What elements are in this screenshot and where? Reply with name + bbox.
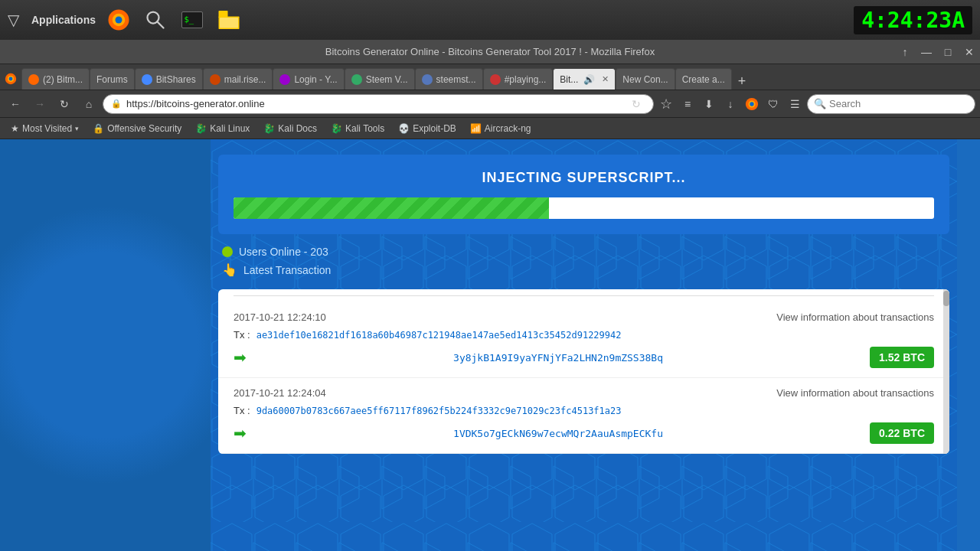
tab-newcon[interactable]: New Con... [616, 68, 675, 90]
terminal-taskbar-icon[interactable]: $_ [178, 6, 206, 34]
tab-bar: (2) Bitm... Forums BitShares mail.rise..… [0, 64, 980, 90]
tx-amount-2: 0.22 BTC [870, 422, 934, 444]
tab-login[interactable]: Login - Y... [273, 68, 344, 90]
tab-label-mail: mail.rise... [224, 74, 266, 85]
files-taskbar-icon[interactable] [215, 6, 243, 34]
new-tab-button[interactable]: + [732, 73, 753, 90]
home-button[interactable]: ⌂ [78, 93, 100, 115]
url-text: https://bitcoins-generator.online [126, 98, 622, 109]
clock: 4:24:23A [854, 6, 972, 34]
search-bar[interactable]: 🔍 [807, 94, 975, 114]
tx-addr-row-2: ➡ 1VDK5o7gECkN69w7ecwMQr2AauAsmpECKfu 0.… [234, 422, 934, 444]
bookmark-most-visited[interactable]: ★ Most Visited ▾ [5, 122, 85, 135]
users-online-stat: Users Online - 203 [222, 246, 946, 258]
card-scrollbar[interactable] [943, 289, 949, 454]
firefox-sync-icon[interactable] [743, 95, 761, 113]
download-icon[interactable]: ↓ [721, 95, 740, 113]
bookmark-label-aircrack: Aircrack-ng [485, 123, 531, 134]
tx-address-1[interactable]: 3y8jkB1A9I9yaYFNjYFa2LHN2n9mZSS38Bq [254, 352, 862, 364]
pocket-icon[interactable]: ⬇ [700, 95, 718, 113]
window-close-btn[interactable]: ✕ [959, 40, 980, 64]
transaction-row-1: 2017-10-21 12:24:10 View information abo… [218, 302, 949, 378]
bookmark-kali-tools[interactable]: 🐉 Kali Tools [325, 122, 390, 135]
bookmark-label-kali-docs: Kali Docs [278, 123, 317, 134]
tx-hash-1[interactable]: ae31def10e16821df1618a60b46987c121948ae1… [256, 330, 622, 341]
tx-amount-1: 1.52 BTC [870, 347, 934, 368]
shield-icon[interactable]: 🛡 [764, 95, 782, 113]
users-online-text: Users Online - 203 [239, 246, 328, 258]
tab-icon-bitm [28, 74, 39, 85]
tab-icon-steem [351, 74, 362, 85]
tab-label-steemst: steemst... [436, 74, 476, 85]
tab-label-login: Login - Y... [294, 74, 337, 85]
bookmark-kali-linux[interactable]: 🐉 Kali Linux [189, 122, 256, 135]
main-content: INJECTING SUPERSCRIPT... Users Online - … [0, 139, 980, 551]
tab-icon-steemst [422, 74, 433, 85]
bookmark-label-exploit-db: Exploit-DB [413, 123, 456, 134]
center-panel: INJECTING SUPERSCRIPT... Users Online - … [211, 139, 957, 551]
svg-text:$_: $_ [185, 15, 194, 24]
tab-label-newcon: New Con... [622, 74, 668, 85]
address-bar[interactable]: 🔒 https://bitcoins-generator.online ↻ [103, 94, 654, 114]
svg-line-4 [157, 21, 163, 28]
tx-meta-2: 2017-10-21 12:24:04 View information abo… [234, 387, 934, 399]
bookmark-exploit-db[interactable]: 💀 Exploit-DB [392, 122, 462, 135]
bookmark-label-most-visited: Most Visited [22, 123, 72, 134]
back-button[interactable]: ← [5, 93, 26, 115]
svg-rect-9 [220, 18, 238, 28]
tab-icon-playing [490, 74, 501, 85]
window-upload-btn[interactable]: ↑ [894, 40, 916, 64]
tab-create[interactable]: Create a... [675, 68, 732, 90]
bookmark-offensive-security[interactable]: 🔒 Offensive Security [87, 122, 188, 135]
tab-steemst[interactable]: steemst... [415, 68, 483, 90]
search-input[interactable] [829, 98, 969, 109]
tx-hash-2[interactable]: 9da60007b0783c667aee5ff67117f8962f5b224f… [256, 406, 622, 416]
tab-forums[interactable]: Forums [90, 68, 135, 90]
window-minimize-btn[interactable]: — [916, 40, 937, 64]
title-bar: Bitcoins Generator Online - Bitcoins Gen… [0, 40, 980, 64]
left-hex-panel [0, 139, 211, 551]
tx-meta-1: 2017-10-21 12:24:10 View information abo… [234, 311, 934, 323]
tab-label-bit: Bit... [560, 74, 578, 85]
bookmark-label-kali-tools: Kali Tools [345, 123, 384, 134]
tab-sound-icon: 🔊 [583, 74, 595, 85]
tx-addr-row-1: ➡ 3y8jkB1A9I9yaYFNjYFa2LHN2n9mZSS38Bq 1.… [234, 347, 934, 368]
card-scrollbar-thumb[interactable] [943, 291, 949, 306]
tab-bitshares[interactable]: BitShares [135, 68, 203, 90]
bookmarks-bar: ★ Most Visited ▾ 🔒 Offensive Security 🐉 … [0, 118, 980, 139]
tab-close-btn[interactable]: ✕ [602, 74, 609, 84]
search-taskbar-icon[interactable] [142, 6, 169, 34]
tab-label-playing: #playing... [505, 74, 547, 85]
reload-button[interactable]: ↻ [54, 93, 75, 115]
tx-address-2[interactable]: 1VDK5o7gECkN69w7ecwMQr2AauAsmpECKfu [254, 428, 862, 439]
tab-mail[interactable]: mail.rise... [203, 68, 273, 90]
tx-info-link-1[interactable]: View information about transactions [776, 311, 934, 323]
firefox-taskbar-icon[interactable] [105, 6, 132, 34]
nav-bar: ← → ↻ ⌂ 🔒 https://bitcoins-generator.onl… [0, 90, 980, 118]
inject-section: INJECTING SUPERSCRIPT... [218, 155, 949, 234]
taskbar: ▽ Applications $_ 4:24:23A [0, 0, 980, 40]
bookmark-kali-docs[interactable]: 🐉 Kali Docs [257, 122, 323, 135]
tx-arrow-icon-1: ➡ [234, 348, 247, 367]
exploit-db-icon: 💀 [398, 123, 410, 134]
forward-button[interactable]: → [29, 93, 51, 115]
window-restore-btn[interactable]: □ [937, 40, 959, 64]
search-icon: 🔍 [814, 98, 826, 109]
reader-view-icon[interactable]: ≡ [678, 95, 697, 113]
tab-bit-active[interactable]: Bit... 🔊 ✕ [553, 68, 616, 90]
bookmark-star-icon[interactable]: ☆ [657, 95, 675, 113]
tx-info-link-2[interactable]: View information about transactions [776, 387, 934, 399]
bookmark-aircrack[interactable]: 📶 Aircrack-ng [464, 122, 537, 135]
browser-title: Bitcoins Generator Online - Bitcoins Gen… [325, 46, 655, 57]
tab-icon-bitshares [142, 74, 152, 85]
tab-icon-login [279, 74, 290, 85]
tab-steem[interactable]: Steem V... [345, 68, 415, 90]
tab-playing[interactable]: #playing... [483, 68, 554, 90]
menu-icon[interactable]: ☰ [786, 95, 804, 113]
svg-point-15 [750, 102, 753, 106]
tab-bitm[interactable]: (2) Bitm... [21, 68, 90, 90]
tx-label-1: Tx : [234, 329, 250, 341]
tx-label-2: Tx : [234, 405, 250, 416]
refresh-icon[interactable]: ↻ [627, 95, 645, 113]
inject-title: INJECTING SUPERSCRIPT... [234, 170, 934, 186]
